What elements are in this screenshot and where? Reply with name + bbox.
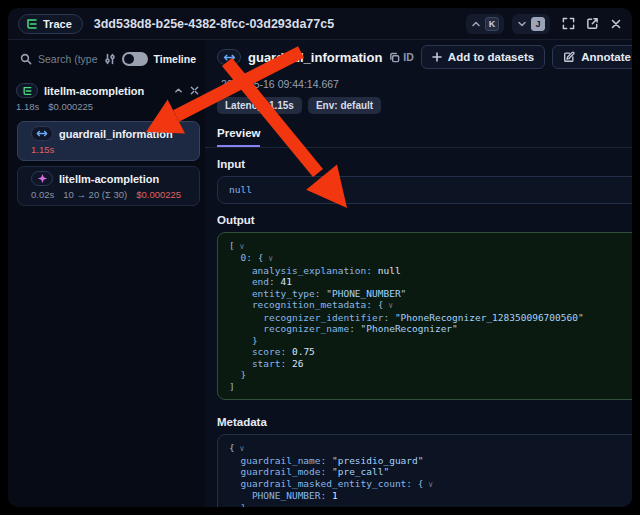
close-button[interactable] — [610, 18, 622, 30]
copy-icon — [389, 52, 400, 63]
span-node-icon — [31, 126, 53, 141]
env-badge: Env: default — [308, 97, 381, 114]
add-to-datasets-button[interactable]: Add to datasets — [421, 45, 545, 69]
chevron-down-icon — [517, 19, 527, 29]
latency-value: 1.18s — [16, 101, 39, 112]
tree-item-label: litellm-acompletion — [44, 85, 144, 97]
tree-item-guardrail-information[interactable]: guardrail_information 1.15s — [17, 121, 200, 161]
trace-node-icon — [16, 83, 38, 98]
output-section-title: Output — [217, 214, 255, 226]
trace-type-badge: Trace — [18, 14, 83, 34]
input-json-viewer[interactable]: null — [217, 176, 632, 204]
input-section-title: Input — [217, 158, 245, 170]
edit-pencil-icon — [563, 51, 575, 63]
expand-fullscreen-button[interactable] — [562, 17, 575, 30]
chevron-up-icon — [471, 19, 481, 29]
trace-badge-label: Trace — [43, 18, 72, 30]
latency-badge: Latency: 1.15s — [217, 97, 302, 114]
tab-preview[interactable]: Preview — [217, 127, 260, 147]
span-type-icon — [217, 49, 241, 65]
tree-item-label: litellm-acompletion — [59, 173, 159, 185]
tree-item-label: guardrail_information — [59, 128, 173, 140]
copy-id-button[interactable]: ID — [389, 51, 414, 63]
keycap-k: K — [485, 17, 499, 31]
trace-detail-window: Trace 3dd538d8-b25e-4382-8fcc-03d293da77… — [8, 8, 632, 507]
observation-detail-panel: guardrail_information ID Add to datasets — [205, 40, 632, 507]
annotate-label: Annotate — [581, 51, 631, 63]
search-icon — [20, 53, 32, 65]
search-input[interactable]: Search (type, titl — [38, 53, 98, 65]
id-label: ID — [403, 51, 414, 63]
generation-node-icon — [31, 171, 53, 186]
latency-value: 1.15s — [31, 144, 54, 155]
page-title: guardrail_information — [248, 50, 382, 65]
detail-tabs: Preview — [205, 123, 632, 148]
timeline-toggle-label: Timeline — [154, 53, 196, 65]
filter-sliders-icon[interactable] — [104, 53, 116, 65]
cost-value: $0.000225 — [136, 189, 181, 200]
plus-icon — [432, 52, 442, 62]
cost-value: $0.000225 — [48, 101, 93, 112]
open-external-button[interactable] — [586, 17, 599, 30]
collapse-all-icon[interactable] — [190, 86, 199, 95]
latency-value: 0.02s — [31, 189, 54, 200]
tree-item-root-acompletion[interactable]: litellm-acompletion 1.18s $0.000225 — [16, 83, 199, 112]
trace-id: 3dd538d8-b25e-4382-8fcc-03d293da77c5 — [94, 17, 334, 31]
keycap-j: J — [531, 17, 545, 31]
toggle-knob — [124, 54, 134, 64]
nav-next-button[interactable]: J — [512, 14, 550, 34]
metadata-json-viewer[interactable]: { ∨ guardrail_name: "presidio_guard" gua… — [217, 434, 632, 507]
trace-tree-sidebar: Search (type, titl Timeline — [8, 40, 205, 507]
timeline-toggle[interactable] — [122, 52, 148, 66]
metadata-section-title: Metadata — [217, 416, 267, 428]
observation-timestamp: 2025-05-16 09:44:14.667 — [221, 78, 632, 90]
collapse-icon[interactable] — [174, 86, 183, 95]
token-usage: 10 → 20 (Σ 30) — [63, 189, 127, 200]
output-json-viewer[interactable]: [ ∨ 0: { ∨ analysis_explanation: null en… — [217, 232, 632, 401]
add-to-datasets-label: Add to datasets — [448, 51, 534, 63]
annotate-button[interactable]: Annotate — [552, 45, 632, 69]
window-titlebar: Trace 3dd538d8-b25e-4382-8fcc-03d293da77… — [8, 8, 632, 40]
list-tree-icon — [26, 18, 38, 30]
nav-previous-button[interactable]: K — [466, 14, 504, 34]
tree-item-child-acompletion[interactable]: litellm-acompletion 0.02s 10 → 20 (Σ 30)… — [17, 166, 200, 206]
